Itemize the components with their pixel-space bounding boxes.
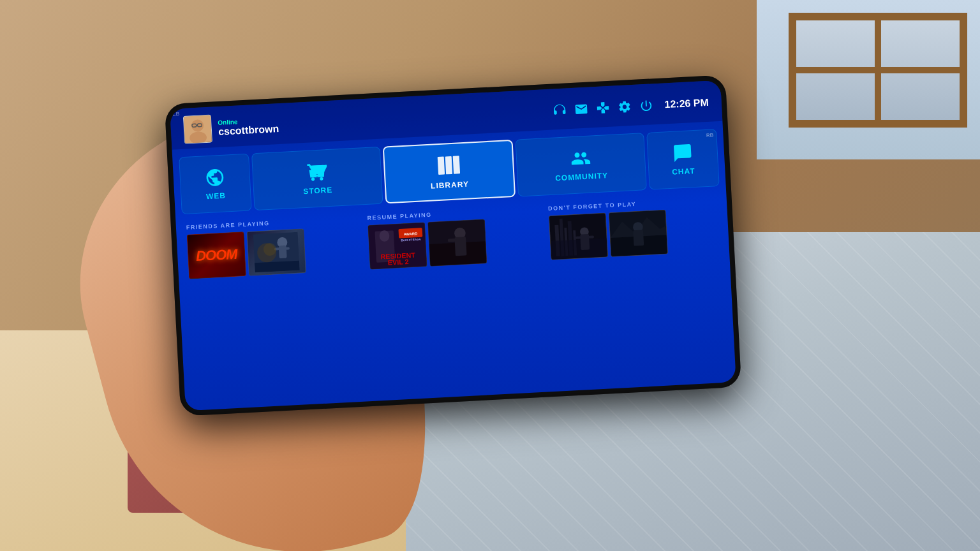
game-card-re2a[interactable]: AWARD Best of Show RESIDENT EVIL 2 xyxy=(368,222,427,270)
svg-rect-37 xyxy=(551,238,607,260)
phone-screen: Online cscottbrown xyxy=(170,80,736,411)
ds2-artwork xyxy=(609,210,668,258)
tab-library-label: LIBRARY xyxy=(431,180,470,191)
svg-rect-39 xyxy=(580,234,590,250)
tab-community[interactable]: COMMUNITY xyxy=(515,133,646,196)
shooter-artwork xyxy=(253,232,300,273)
dont-forget-section: DON'T FORGET TO PLAY xyxy=(548,196,719,260)
window-cross-horizontal xyxy=(796,67,960,73)
globe-icon xyxy=(204,167,226,189)
svg-rect-6 xyxy=(438,157,445,175)
chat-icon xyxy=(672,142,694,164)
tab-store[interactable]: STORE xyxy=(251,147,383,210)
window-frame xyxy=(789,13,967,128)
game-card-re2b[interactable] xyxy=(427,219,487,267)
svg-rect-8 xyxy=(453,156,460,173)
headset-icon xyxy=(552,103,567,117)
svg-text:EVIL 2: EVIL 2 xyxy=(388,258,409,267)
phone-device: Online cscottbrown xyxy=(165,75,741,416)
store-icon xyxy=(306,161,328,183)
message-icon xyxy=(574,102,588,117)
svg-text:AWARD: AWARD xyxy=(403,231,417,236)
settings-icon xyxy=(617,99,632,114)
tab-store-label: STORE xyxy=(303,186,333,196)
ds1-cover xyxy=(549,213,607,260)
svg-rect-30 xyxy=(428,219,486,266)
community-icon xyxy=(570,148,591,170)
tab-chat-label: CHAT xyxy=(672,166,695,177)
user-info: Online cscottbrown xyxy=(183,111,279,144)
power-icon xyxy=(639,98,653,113)
tab-library[interactable]: LIBRARY xyxy=(383,140,516,204)
ds1-artwork xyxy=(549,212,608,260)
re2b-artwork xyxy=(428,219,487,267)
tab-web-label: WEB xyxy=(206,191,226,202)
avatar-image xyxy=(183,115,212,143)
avatar-face xyxy=(184,115,212,143)
tab-community-label: COMMUNITY xyxy=(555,171,609,182)
header-icons: 12:26 PM xyxy=(552,96,709,118)
svg-rect-14 xyxy=(285,247,290,249)
re2a-cover: AWARD Best of Show RESIDENT EVIL 2 xyxy=(368,223,426,269)
library-icon xyxy=(436,153,461,177)
window-area xyxy=(757,0,980,159)
friends-playing-cards: DOOM xyxy=(187,226,357,279)
friends-playing-section: FRIENDS ARE PLAYING DOOM xyxy=(186,216,357,279)
resume-playing-cards: AWARD Best of Show RESIDENT EVIL 2 xyxy=(368,216,538,270)
svg-rect-7 xyxy=(445,156,452,174)
re2b-cover xyxy=(428,219,486,266)
lb-label: LB xyxy=(172,111,179,117)
svg-rect-41 xyxy=(588,235,594,238)
game-card-shooter[interactable] xyxy=(246,228,306,276)
user-text: Online cscottbrown xyxy=(218,116,279,138)
dont-forget-cards xyxy=(549,207,719,260)
game-card-doom[interactable]: DOOM xyxy=(187,231,247,279)
tab-chat[interactable]: RB CHAT xyxy=(646,129,720,190)
ds2-cover xyxy=(609,210,667,257)
avatar xyxy=(183,115,212,144)
re2a-artwork: AWARD Best of Show RESIDENT EVIL 2 xyxy=(368,222,427,270)
game-card-ds1[interactable] xyxy=(549,212,609,260)
doom-title: DOOM xyxy=(195,246,237,265)
resume-playing-section: RESUME PLAYING AWARD xyxy=(367,206,538,270)
controller-icon xyxy=(595,101,610,115)
svg-rect-40 xyxy=(575,236,581,239)
rb-label: RB xyxy=(706,132,714,138)
username: cscottbrown xyxy=(218,123,279,138)
time-display: 12:26 PM xyxy=(664,97,709,111)
svg-rect-47 xyxy=(609,210,667,256)
shooter-cover xyxy=(247,229,305,276)
game-card-ds2[interactable] xyxy=(609,209,669,257)
tab-web[interactable]: LB WEB xyxy=(179,154,252,215)
doom-cover: DOOM xyxy=(188,232,246,279)
